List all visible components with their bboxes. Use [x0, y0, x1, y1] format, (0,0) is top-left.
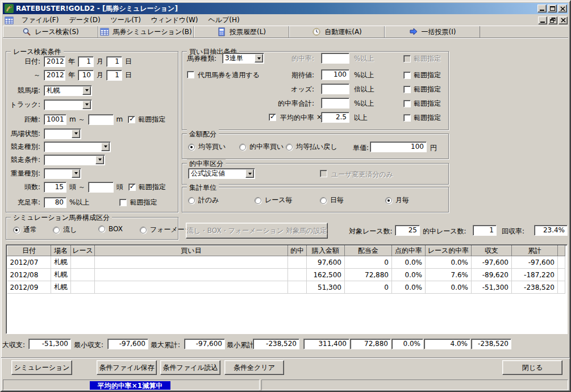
- col-header-bet[interactable]: 買い目: [95, 246, 288, 256]
- hit-rate-total-unit-label: %以上: [354, 99, 374, 109]
- col-header-payout[interactable]: 配当金: [345, 246, 392, 256]
- cell-venue: 札幌: [51, 256, 71, 269]
- toolbar-button-vote-history[interactable]: 投票履歴(L): [194, 26, 289, 37]
- hit-rate-total-input[interactable]: [321, 98, 349, 109]
- radio-nagashi[interactable]: 流し: [53, 225, 77, 235]
- col-header-race-hit-rate[interactable]: レース的中率: [426, 246, 472, 256]
- radio-total-only[interactable]: 計のみ: [188, 195, 219, 205]
- table-row[interactable]: 2012/09 札幌 51,300 0 0.0% 0.0% -51,300 -2…: [7, 281, 565, 294]
- cell-balance: -51,300: [472, 281, 512, 294]
- fill-rate-input[interactable]: 80: [44, 197, 66, 208]
- close-button[interactable]: [558, 5, 567, 12]
- radio-equal-payout[interactable]: 均等払い戻し: [286, 142, 337, 152]
- col-header-point-hit-rate[interactable]: 点的中率: [392, 246, 426, 256]
- window-controls: [537, 5, 567, 12]
- date-to-year-input[interactable]: 2012: [44, 70, 65, 81]
- toolbar-button-batch-vote[interactable]: 一括投票(I): [385, 26, 480, 37]
- hit-rate-total-range-checkbox[interactable]: [403, 100, 411, 107]
- substitute-ticket-checkbox[interactable]: [187, 71, 194, 78]
- avg-hit-rate-input[interactable]: 2.5: [321, 112, 349, 123]
- col-header-race[interactable]: レース: [71, 246, 95, 256]
- simulation-button[interactable]: シミュレーション: [11, 360, 72, 375]
- cell-payout: 0: [345, 256, 392, 269]
- avg-hit-rate-range-checkbox[interactable]: [403, 114, 411, 122]
- toolbar-button-auto-run[interactable]: 自動運転(A): [289, 26, 385, 37]
- separator: [1, 357, 570, 358]
- menu-tools[interactable]: ツール(T): [106, 15, 146, 26]
- race-condition-select[interactable]: [44, 155, 105, 165]
- col-header-cumulative[interactable]: 累計: [512, 246, 558, 256]
- table-row[interactable]: 2012/07 札幌 97,600 0 0.0% 0.0% -97,600 -9…: [7, 256, 565, 269]
- table-row[interactable]: 2012/08 札幌 162,500 72,880 0.0% 7.6% -89,…: [7, 269, 565, 281]
- distance-range-checkbox[interactable]: [128, 116, 135, 123]
- expected-value-input[interactable]: 100: [321, 69, 349, 80]
- distance-from-input[interactable]: 1001: [44, 114, 66, 125]
- heads-from-input[interactable]: 15: [44, 182, 66, 193]
- heads-to-input[interactable]: [88, 182, 114, 193]
- date-to-day-input[interactable]: 1: [106, 70, 122, 81]
- range-label: 範囲指定: [414, 99, 441, 109]
- odds-range-checkbox[interactable]: [403, 86, 411, 93]
- distance-to-input[interactable]: [88, 114, 114, 125]
- radio-per-month[interactable]: 月毎: [385, 195, 409, 205]
- track-condition-select[interactable]: [44, 128, 81, 139]
- radio-equal-buy[interactable]: 均等買い: [188, 142, 226, 152]
- user-modified-only-checkbox: [320, 170, 327, 177]
- clear-all-conditions-button[interactable]: 条件全クリア: [224, 360, 284, 375]
- mdi-minimize-button[interactable]: [538, 16, 547, 24]
- minimize-button[interactable]: [537, 5, 547, 12]
- col-header-hit[interactable]: 的中: [288, 246, 307, 256]
- col-header-balance[interactable]: 収支: [472, 246, 512, 256]
- radio-hit-rate-buy[interactable]: 的中率買い: [239, 142, 284, 152]
- track-condition-label: 馬場状態:: [7, 129, 40, 139]
- date-from-month-input[interactable]: 1: [78, 56, 94, 67]
- close-window-button[interactable]: 閉じる: [502, 360, 562, 375]
- radio-per-day[interactable]: 日毎: [320, 195, 344, 205]
- date-label: 日付:: [7, 57, 40, 66]
- radio-icon: [188, 144, 195, 151]
- col-header-venue[interactable]: 場名: [51, 246, 71, 256]
- col-header-purchase[interactable]: 購入金額: [307, 246, 345, 256]
- cell-stub: [558, 269, 565, 281]
- mdi-restore-button[interactable]: [548, 16, 557, 24]
- track-select[interactable]: [44, 99, 92, 110]
- menu-file[interactable]: ファイル(F): [16, 15, 64, 26]
- expected-value-range-checkbox[interactable]: [403, 72, 411, 79]
- mdi-document-icon[interactable]: [5, 16, 14, 25]
- cell-point-hit-rate: 0.0%: [392, 256, 426, 269]
- menu-data[interactable]: データ(D): [64, 15, 105, 26]
- menu-window[interactable]: ウィンドウ(W): [146, 15, 203, 26]
- radio-per-race[interactable]: レース毎: [255, 195, 293, 205]
- heads-range-checkbox[interactable]: [128, 184, 136, 191]
- odds-input[interactable]: [321, 84, 349, 94]
- heads-label: 頭数:: [7, 182, 40, 192]
- radio-label: 的中率買い: [249, 142, 284, 152]
- date-from-year-input[interactable]: 2012: [44, 56, 65, 67]
- toolbar-button-ticket-simulation[interactable]: 馬券シミュレーション(B): [98, 26, 194, 37]
- unit-price-input[interactable]: 100: [370, 141, 427, 152]
- maximize-button[interactable]: [548, 5, 557, 12]
- load-condition-file-button[interactable]: 条件ファイル読込: [160, 360, 220, 375]
- menu-help[interactable]: ヘルプ(H): [203, 15, 244, 26]
- fill-rate-range-checkbox[interactable]: [119, 199, 127, 206]
- fill-rate-label: 充足率:: [7, 198, 40, 207]
- weight-type-select[interactable]: [44, 168, 81, 179]
- cell-hit: [288, 281, 307, 294]
- date-from-day-input[interactable]: 1: [106, 56, 122, 67]
- radio-icon: [53, 227, 60, 233]
- date-to-month-input[interactable]: 10: [78, 70, 94, 81]
- save-condition-file-button[interactable]: 条件ファイル保存: [97, 360, 157, 375]
- toolbar-button-label: 投票履歴(L): [230, 27, 266, 37]
- day-label: 日: [125, 57, 132, 66]
- course-select[interactable]: 札幌: [44, 85, 92, 96]
- radio-box[interactable]: BOX: [98, 225, 123, 233]
- aggregate-unit-group: 集計単位 計のみ レース毎 日毎 月毎: [182, 187, 449, 212]
- minimize-icon: [540, 22, 545, 23]
- mdi-close-button[interactable]: [559, 16, 568, 24]
- toolbar-button-race-search[interactable]: レース検索(S): [3, 26, 98, 37]
- radio-normal[interactable]: 通常: [13, 225, 37, 235]
- hit-rate-class-select[interactable]: 公式設定値: [188, 168, 255, 179]
- race-type-select[interactable]: [44, 141, 111, 152]
- col-header-date[interactable]: 日付: [7, 246, 51, 256]
- cell-race: [71, 256, 95, 269]
